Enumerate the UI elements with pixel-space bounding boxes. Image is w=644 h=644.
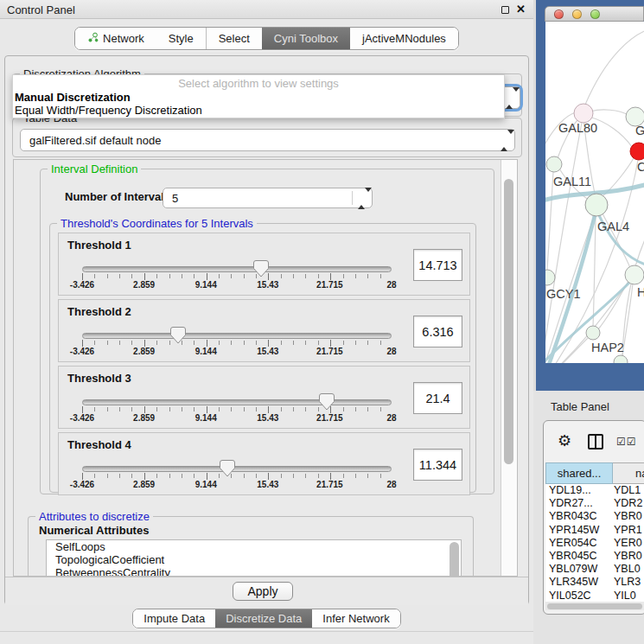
node-gal80[interactable] xyxy=(574,104,593,123)
spinner-arrows-icon[interactable] xyxy=(358,192,366,205)
table-row[interactable]: YBR043CYBR0 xyxy=(545,510,644,523)
close-traffic-light-icon[interactable] xyxy=(554,10,564,19)
node-label-gal11: GAL11 xyxy=(553,175,591,188)
threshold-value-field[interactable]: 11.344 xyxy=(413,449,462,481)
control-panel-titlebar: Control Panel ✕ xyxy=(0,0,533,19)
dropdown-hint-item: Select algorithm to view settings xyxy=(13,77,504,90)
attribute-list-item[interactable]: TopologicalCoefficient xyxy=(47,553,461,566)
tab-discretize-data[interactable]: Discretize Data xyxy=(215,609,312,628)
node-gcy1[interactable] xyxy=(545,270,555,285)
threshold-panel: Threshold 1 -3.426 2.859 9.144 xyxy=(58,233,470,296)
column-header-name[interactable]: na xyxy=(613,462,644,484)
threshold-value-field[interactable]: 14.713 xyxy=(413,249,462,281)
tick-label: 21.715 xyxy=(316,347,343,356)
threshold-value-field[interactable]: 6.316 xyxy=(413,316,462,348)
table-data-combobox[interactable]: galFiltered.sif default node xyxy=(20,129,515,151)
attribute-list-item[interactable]: BetweennessCentrality xyxy=(47,566,461,577)
tick-label: 2.859 xyxy=(133,280,155,290)
dropdown-option-manual-discretization[interactable]: Manual Discretization xyxy=(15,91,131,104)
tab-impute-data[interactable]: Impute Data xyxy=(133,609,215,628)
table-data-group: Table Data galFiltered.sif default node xyxy=(12,118,522,157)
node-label-hap2: HAP2 xyxy=(591,341,624,354)
network-window-titlebar[interactable] xyxy=(545,6,644,22)
tab-style[interactable]: Style xyxy=(156,28,207,49)
node-partial-mid-right[interactable] xyxy=(625,265,644,284)
node-gal11[interactable] xyxy=(546,156,562,172)
threshold-slider-track[interactable] xyxy=(82,466,392,472)
tab-select[interactable]: Select xyxy=(207,28,262,49)
column-header-shared-name[interactable]: shared... xyxy=(545,462,613,484)
table-row[interactable]: YDR27...YDR2 xyxy=(545,497,644,510)
tab-network[interactable]: Network xyxy=(75,28,156,49)
network-canvas[interactable]: GAL80 GA C GAL11 GAL4 GCY1 H HAP2 xyxy=(545,22,644,363)
close-icon[interactable]: ✕ xyxy=(516,3,526,16)
tick-label: 9.144 xyxy=(195,347,217,356)
float-window-icon[interactable] xyxy=(501,6,509,14)
apply-button[interactable]: Apply xyxy=(233,582,293,601)
cyni-toolbox-panel: Discretization Algorithm Select algorith… xyxy=(4,55,529,605)
threshold-list: Threshold 1 -3.426 2.859 9.144 xyxy=(58,233,472,499)
gear-icon[interactable]: ⚙ xyxy=(558,431,571,450)
threshold-slider-thumb[interactable] xyxy=(170,326,186,344)
attributes-listbox[interactable]: SelfLoopsTopologicalCoefficientBetweenne… xyxy=(46,539,462,577)
table-row[interactable]: YBR045CYBR0 xyxy=(545,550,644,563)
tick-label: 2.859 xyxy=(133,480,155,489)
table-row[interactable]: YBL079WYBL0 xyxy=(545,563,644,576)
attribute-list-item[interactable]: SelfLoops xyxy=(47,540,461,553)
threshold-slider-thumb[interactable] xyxy=(253,259,269,277)
column-layout-icon[interactable] xyxy=(588,434,603,450)
window-bottom-divider xyxy=(0,631,533,632)
node-label-partial-top-right: GA xyxy=(635,124,644,137)
table-row[interactable]: YDL19...YDL1 xyxy=(545,484,644,497)
number-of-intervals-spinner[interactable]: 5 xyxy=(163,188,373,208)
slider-major-ticks xyxy=(82,273,392,280)
control-panel: Control Panel ✕ Networ xyxy=(0,0,533,644)
node-gal4[interactable] xyxy=(585,194,608,216)
table-row[interactable]: YIL052CYIL0 xyxy=(545,590,644,603)
node-bottom-partial[interactable] xyxy=(614,355,628,363)
network-icon xyxy=(87,32,99,46)
table-rows: YDL19...YDL1 YDR27...YDR2 YBR043CYBR0 YP… xyxy=(545,484,644,602)
threshold-slider-track[interactable] xyxy=(82,399,392,405)
list-scrollbar-thumb[interactable] xyxy=(450,542,459,577)
attributes-group-title: Attributes to discretize xyxy=(35,510,153,523)
threshold-panel: Threshold 2 -3.426 2.859 9.144 xyxy=(58,299,470,362)
combo-arrows-icon xyxy=(506,92,513,105)
node-hap2[interactable] xyxy=(586,326,600,340)
app-root: Control Panel ✕ Networ xyxy=(0,0,644,644)
network-view-window: GAL80 GA C GAL11 GAL4 GCY1 H HAP2 xyxy=(536,0,644,391)
tick-label: -3.426 xyxy=(70,480,94,489)
table-row[interactable]: YER054CYER0 xyxy=(545,537,644,550)
table-row[interactable]: YPR145WYPR1 xyxy=(545,524,644,537)
node-red-selected[interactable] xyxy=(630,143,644,160)
thresholds-group: Threshold's Coordinates for 5 Intervals … xyxy=(49,223,476,493)
threshold-slider-thumb[interactable] xyxy=(220,459,235,477)
vertical-scrollbar-track[interactable] xyxy=(501,160,517,576)
tab-cyni-toolbox[interactable]: Cyni Toolbox xyxy=(262,28,350,49)
threshold-slider-track[interactable] xyxy=(82,333,392,339)
checkbox-filter-icons[interactable]: ☑☑ xyxy=(616,436,637,448)
threshold-slider-thumb[interactable] xyxy=(319,392,335,411)
interval-definition-title: Interval Definition xyxy=(48,163,141,175)
table-header: shared... na xyxy=(545,462,644,484)
vertical-scrollbar-thumb[interactable] xyxy=(504,179,513,464)
slider-major-ticks xyxy=(82,406,392,413)
dropdown-option-equal-width-frequency[interactable]: Equal Width/Frequency Discretization xyxy=(15,104,202,117)
tab-infer-network[interactable]: Infer Network xyxy=(312,609,399,628)
table-row[interactable]: YLR345WYLR3 xyxy=(545,576,644,589)
tab-jactivemnodules[interactable]: jActiveMNodules xyxy=(350,28,458,49)
zoom-traffic-light-icon[interactable] xyxy=(590,10,600,19)
node-label-partial-mid-right: H xyxy=(637,285,644,299)
threshold-value-field[interactable]: 21.4 xyxy=(413,382,462,414)
tick-label: 28 xyxy=(386,280,396,290)
horizontal-scrollbar-track[interactable] xyxy=(545,602,644,610)
network-graph: GAL80 GA C GAL11 GAL4 GCY1 H HAP2 xyxy=(545,22,644,363)
tick-label: 21.715 xyxy=(316,280,343,290)
horizontal-scrollbar-thumb[interactable] xyxy=(547,603,642,609)
numerical-attributes-label: Numerical Attributes xyxy=(39,524,149,537)
tick-label: 9.144 xyxy=(195,413,217,423)
minimize-traffic-light-icon[interactable] xyxy=(572,10,582,19)
tick-label: 15.43 xyxy=(257,280,278,290)
table-data-combobox-value: galFiltered.sif default node xyxy=(29,134,161,147)
threshold-slider-track[interactable] xyxy=(82,266,392,272)
